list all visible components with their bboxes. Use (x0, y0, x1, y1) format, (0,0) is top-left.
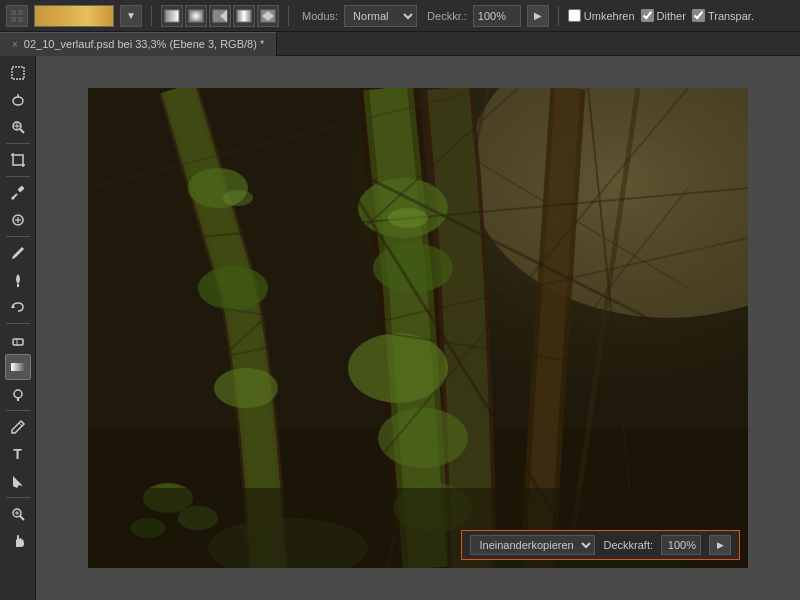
reflected-gradient-btn[interactable] (233, 5, 255, 27)
top-toolbar: ▼ Modus: Normal Auflösen Deckkr.: ▶ Umke… (0, 0, 800, 32)
history-brush-tool[interactable] (5, 294, 31, 320)
tool-sep-3 (6, 236, 30, 237)
umkehren-label: Umkehren (584, 10, 635, 22)
canvas-image: Normal Auflösen Abdunkeln Multiplizieren… (88, 88, 748, 568)
svg-point-12 (13, 97, 23, 105)
zoom-tool[interactable] (5, 501, 31, 527)
separator-1 (151, 6, 152, 26)
clone-stamp-tool[interactable] (5, 267, 31, 293)
selection-rect-tool[interactable] (5, 60, 31, 86)
tool-sep-4 (6, 323, 30, 324)
dither-label: Dither (657, 10, 686, 22)
svg-rect-28 (11, 363, 25, 371)
svg-rect-11 (12, 67, 24, 79)
spot-heal-tool[interactable] (5, 207, 31, 233)
quick-selection-tool[interactable] (5, 114, 31, 140)
svg-rect-0 (11, 10, 16, 15)
lasso-tool[interactable] (5, 87, 31, 113)
tool-sep-2 (6, 176, 30, 177)
tab-title: 02_10_verlauf.psd bei 33,3% (Ebene 3, RG… (24, 38, 264, 50)
deckkraft-overlay-label: Deckkraft: (603, 539, 653, 551)
svg-line-31 (19, 423, 22, 426)
svg-line-33 (20, 516, 24, 520)
pen-tool[interactable] (5, 414, 31, 440)
crop-tool[interactable] (5, 147, 31, 173)
left-toolbar: T (0, 56, 36, 600)
canvas-area: Normal Auflösen Abdunkeln Multiplizieren… (36, 56, 800, 600)
modus-label: Modus: (302, 10, 338, 22)
path-selection-tool[interactable] (5, 468, 31, 494)
dither-checkbox[interactable] (641, 9, 654, 22)
deckkraft-overlay-stepper[interactable]: ▶ (709, 535, 731, 555)
radial-gradient-btn[interactable] (185, 5, 207, 27)
transparent-group: Transpar. (692, 9, 754, 22)
eraser-tool[interactable] (5, 327, 31, 353)
svg-point-29 (14, 390, 22, 398)
canvas-container: Normal Auflösen Abdunkeln Multiplizieren… (88, 88, 748, 568)
gradient-tool[interactable] (5, 354, 31, 380)
diamond-gradient-btn[interactable] (257, 5, 279, 27)
eyedropper-tool[interactable] (5, 180, 31, 206)
svg-rect-8 (237, 10, 251, 22)
linear-gradient-btn[interactable] (161, 5, 183, 27)
tab-close-btn[interactable]: × (12, 39, 18, 50)
svg-rect-1 (18, 10, 23, 15)
transparent-checkbox[interactable] (692, 9, 705, 22)
tab-bar: × 02_10_verlauf.psd bei 33,3% (Ebene 3, … (0, 32, 800, 56)
app-menu-btn[interactable] (6, 5, 28, 27)
svg-rect-18 (17, 185, 24, 192)
svg-rect-4 (165, 10, 179, 22)
main-area: T (0, 56, 800, 600)
gradient-preview[interactable] (34, 5, 114, 27)
deckkraft-label: Deckkr.: (427, 10, 467, 22)
dodge-tool[interactable] (5, 381, 31, 407)
gradient-dropdown-btn[interactable]: ▼ (120, 5, 142, 27)
tool-sep-6 (6, 497, 30, 498)
deckkraft-stepper[interactable]: ▶ (527, 5, 549, 27)
text-icon: T (13, 446, 22, 462)
svg-rect-26 (13, 339, 23, 345)
dither-group: Dither (641, 9, 686, 22)
separator-3 (558, 6, 559, 26)
umkehren-checkbox[interactable] (568, 9, 581, 22)
svg-rect-24 (17, 284, 19, 287)
hand-tool[interactable] (5, 528, 31, 554)
svg-rect-2 (11, 17, 16, 22)
gradient-shape-group (161, 5, 279, 27)
text-tool[interactable]: T (5, 441, 31, 467)
brush-tool[interactable] (5, 240, 31, 266)
deckkraft-overlay-input[interactable] (661, 535, 701, 555)
tool-sep-1 (6, 143, 30, 144)
svg-rect-3 (18, 17, 23, 22)
modus-select[interactable]: Normal Auflösen (344, 5, 417, 27)
blend-mode-overlay: Normal Auflösen Abdunkeln Multiplizieren… (461, 530, 740, 560)
svg-rect-71 (88, 88, 748, 568)
umkehren-group: Umkehren (568, 9, 635, 22)
svg-line-15 (20, 129, 24, 133)
deckkraft-input[interactable] (473, 5, 521, 27)
svg-point-20 (11, 197, 14, 200)
angle-gradient-btn[interactable] (209, 5, 231, 27)
transparent-label: Transpar. (708, 10, 754, 22)
blend-mode-select[interactable]: Normal Auflösen Abdunkeln Multiplizieren… (470, 535, 595, 555)
forest-image (88, 88, 748, 568)
separator-2 (288, 6, 289, 26)
tool-sep-5 (6, 410, 30, 411)
svg-rect-5 (189, 10, 203, 22)
document-tab[interactable]: × 02_10_verlauf.psd bei 33,3% (Ebene 3, … (0, 32, 277, 56)
